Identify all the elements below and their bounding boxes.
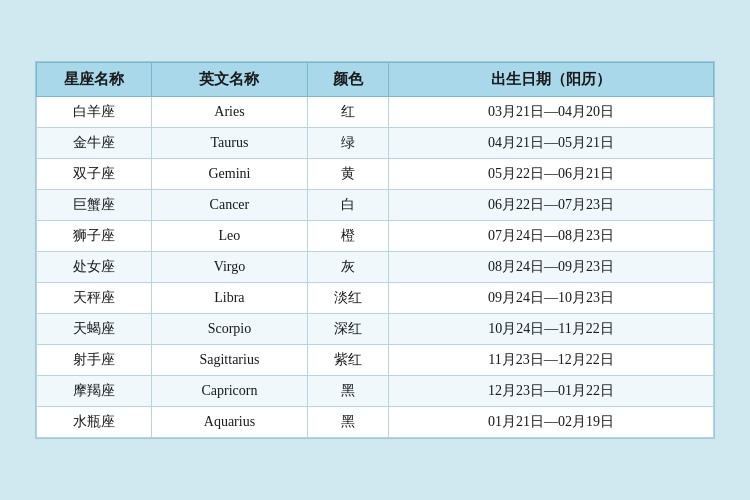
cell-color: 黄 [307, 159, 388, 190]
table-body: 白羊座Aries红03月21日—04月20日金牛座Taurus绿04月21日—0… [37, 97, 714, 438]
cell-zh-name: 双子座 [37, 159, 152, 190]
cell-zh-name: 天蝎座 [37, 314, 152, 345]
cell-color: 白 [307, 190, 388, 221]
cell-en-name: Taurus [152, 128, 308, 159]
cell-zh-name: 天秤座 [37, 283, 152, 314]
zodiac-table-container: 星座名称 英文名称 颜色 出生日期（阳历） 白羊座Aries红03月21日—04… [35, 61, 715, 439]
cell-zh-name: 金牛座 [37, 128, 152, 159]
header-color: 颜色 [307, 63, 388, 97]
cell-color: 黑 [307, 407, 388, 438]
cell-color: 深红 [307, 314, 388, 345]
cell-color: 橙 [307, 221, 388, 252]
table-row: 金牛座Taurus绿04月21日—05月21日 [37, 128, 714, 159]
cell-en-name: Gemini [152, 159, 308, 190]
zodiac-table: 星座名称 英文名称 颜色 出生日期（阳历） 白羊座Aries红03月21日—04… [36, 62, 714, 438]
cell-en-name: Aries [152, 97, 308, 128]
table-row: 狮子座Leo橙07月24日—08月23日 [37, 221, 714, 252]
header-date: 出生日期（阳历） [389, 63, 714, 97]
table-row: 摩羯座Capricorn黑12月23日—01月22日 [37, 376, 714, 407]
cell-en-name: Capricorn [152, 376, 308, 407]
cell-date: 11月23日—12月22日 [389, 345, 714, 376]
cell-zh-name: 处女座 [37, 252, 152, 283]
table-row: 射手座Sagittarius紫红11月23日—12月22日 [37, 345, 714, 376]
cell-zh-name: 摩羯座 [37, 376, 152, 407]
table-row: 天秤座Libra淡红09月24日—10月23日 [37, 283, 714, 314]
cell-zh-name: 狮子座 [37, 221, 152, 252]
cell-color: 绿 [307, 128, 388, 159]
cell-zh-name: 巨蟹座 [37, 190, 152, 221]
cell-en-name: Scorpio [152, 314, 308, 345]
cell-date: 12月23日—01月22日 [389, 376, 714, 407]
cell-date: 05月22日—06月21日 [389, 159, 714, 190]
table-row: 水瓶座Aquarius黑01月21日—02月19日 [37, 407, 714, 438]
cell-en-name: Libra [152, 283, 308, 314]
table-row: 巨蟹座Cancer白06月22日—07月23日 [37, 190, 714, 221]
cell-zh-name: 射手座 [37, 345, 152, 376]
cell-date: 07月24日—08月23日 [389, 221, 714, 252]
cell-date: 03月21日—04月20日 [389, 97, 714, 128]
cell-en-name: Sagittarius [152, 345, 308, 376]
cell-en-name: Aquarius [152, 407, 308, 438]
cell-zh-name: 水瓶座 [37, 407, 152, 438]
cell-color: 黑 [307, 376, 388, 407]
cell-zh-name: 白羊座 [37, 97, 152, 128]
table-row: 双子座Gemini黄05月22日—06月21日 [37, 159, 714, 190]
header-zh-name: 星座名称 [37, 63, 152, 97]
table-row: 天蝎座Scorpio深红10月24日—11月22日 [37, 314, 714, 345]
cell-date: 10月24日—11月22日 [389, 314, 714, 345]
cell-en-name: Cancer [152, 190, 308, 221]
cell-date: 06月22日—07月23日 [389, 190, 714, 221]
table-header-row: 星座名称 英文名称 颜色 出生日期（阳历） [37, 63, 714, 97]
cell-en-name: Leo [152, 221, 308, 252]
header-en-name: 英文名称 [152, 63, 308, 97]
table-row: 白羊座Aries红03月21日—04月20日 [37, 97, 714, 128]
cell-color: 紫红 [307, 345, 388, 376]
cell-color: 灰 [307, 252, 388, 283]
cell-color: 红 [307, 97, 388, 128]
table-row: 处女座Virgo灰08月24日—09月23日 [37, 252, 714, 283]
cell-date: 08月24日—09月23日 [389, 252, 714, 283]
cell-date: 01月21日—02月19日 [389, 407, 714, 438]
cell-en-name: Virgo [152, 252, 308, 283]
cell-color: 淡红 [307, 283, 388, 314]
cell-date: 04月21日—05月21日 [389, 128, 714, 159]
cell-date: 09月24日—10月23日 [389, 283, 714, 314]
